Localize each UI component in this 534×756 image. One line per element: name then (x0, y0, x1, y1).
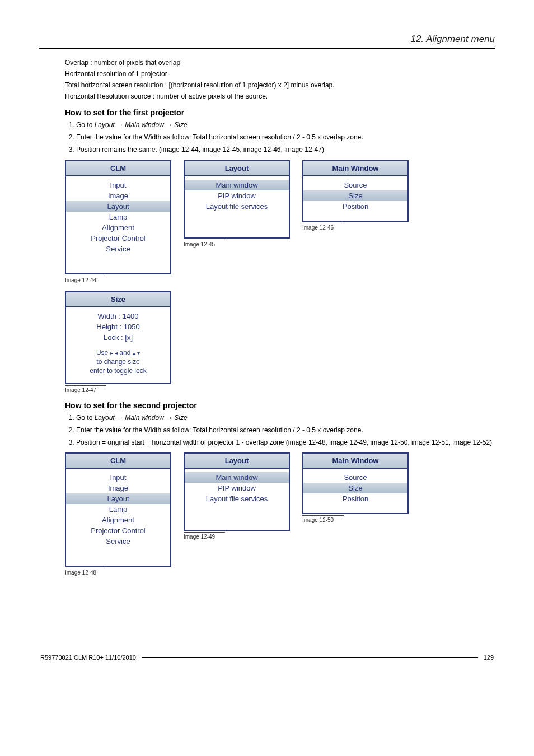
intro-p3: Total horizontal screen resolution : [(h… (65, 81, 495, 89)
section2-steps: Go to Layout → Main window → Size Enter … (76, 413, 495, 447)
triangle-down-icon: ▾ (137, 350, 140, 356)
mainwin-col: Main Window Source Size Position Image 1… (302, 160, 409, 231)
clm-item-image[interactable]: Image (66, 190, 170, 201)
size-menu: Size Width : 1400 Height : 1050 Lock : [… (65, 291, 171, 384)
clm2-title: CLM (66, 454, 170, 469)
section1-size-row: Size Width : 1400 Height : 1050 Lock : [… (65, 291, 495, 393)
mainwin2-item-size[interactable]: Size (303, 483, 407, 493)
footer-page-number: 129 (484, 654, 494, 661)
layout2-col: Layout Main window PIP window Layout fil… (184, 452, 290, 540)
size-hint3: enter to toggle lock (66, 366, 170, 375)
mainwin2-caption: Image 12-50 (302, 515, 344, 523)
triangle-up-icon: ▴ (133, 350, 135, 356)
section-header: 12. Alignment menu (39, 34, 495, 45)
intro-p1: Overlap : number of pixels that overlap (65, 59, 495, 67)
mainwin2-col: Main Window Source Size Position Image 1… (302, 452, 409, 523)
clm2-item-projector-control[interactable]: Projector Control (66, 525, 170, 536)
size-caption: Image 12-47 (65, 385, 106, 393)
footer-left: R59770021 CLM R10+ 11/10/2010 (40, 654, 136, 661)
intro-p4: Horizontal Resolution source : number of… (65, 92, 495, 100)
footer-line (142, 657, 478, 658)
clm2-menu: CLM Input Image Layout Lamp Alignment Pr… (65, 452, 171, 567)
clm-title: CLM (66, 161, 170, 176)
clm2-item-lamp[interactable]: Lamp (66, 504, 170, 515)
layout2-title: Layout (185, 454, 289, 469)
clm-col: CLM Input Image Layout Lamp Alignment Pr… (65, 160, 171, 283)
section1-step3: Position remains the same. (image 12-44,… (76, 145, 495, 154)
size-height[interactable]: Height : 1050 (66, 321, 170, 332)
layout-col: Layout Main window PIP window Layout fil… (184, 160, 290, 248)
layout2-caption: Image 12-49 (184, 532, 225, 540)
layout-item-main-window[interactable]: Main window (185, 180, 289, 190)
clm2-item-image[interactable]: Image (66, 483, 170, 493)
layout2-item-pip-window[interactable]: PIP window (185, 483, 289, 493)
clm2-item-layout[interactable]: Layout (66, 493, 170, 504)
section2-step1: Go to Layout → Main window → Size (76, 413, 495, 422)
section1-step1: Go to Layout → Main window → Size (76, 120, 495, 129)
s2-path: Layout → Main window → Size (95, 414, 188, 422)
mainwin-item-source[interactable]: Source (303, 180, 407, 190)
clm-item-projector-control[interactable]: Projector Control (66, 233, 170, 244)
mainwin-item-size[interactable]: Size (303, 190, 407, 201)
layout-title: Layout (185, 161, 289, 176)
layout2-menu: Layout Main window PIP window Layout fil… (184, 452, 290, 531)
size-title: Size (66, 292, 170, 307)
mainwin-item-position[interactable]: Position (303, 201, 407, 212)
clm-caption: Image 12-44 (65, 276, 106, 283)
size-hint2: to change size (66, 357, 170, 366)
layout-item-pip-window[interactable]: PIP window (185, 190, 289, 201)
mainwin2-item-position[interactable]: Position (303, 493, 407, 504)
size-col: Size Width : 1400 Height : 1050 Lock : [… (65, 291, 171, 393)
mainwin-title: Main Window (303, 161, 407, 176)
clm2-caption: Image 12-48 (65, 568, 106, 576)
triangle-right-icon: ▸ (110, 350, 113, 356)
section1-step2: Enter the value for the Width as follow:… (76, 133, 495, 142)
hint1-pre: Use (96, 349, 110, 357)
page-footer: R59770021 CLM R10+ 11/10/2010 129 (39, 654, 495, 661)
section1-heading: How to set for the first projector (65, 108, 495, 117)
clm-item-input[interactable]: Input (66, 180, 170, 190)
size-width[interactable]: Width : 1400 (66, 311, 170, 321)
clm2-item-service[interactable]: Service (66, 536, 170, 547)
s2-pre: Go to (76, 414, 95, 422)
clm-item-lamp[interactable]: Lamp (66, 212, 170, 222)
size-hint1: Use ▸ ◂ and ▴ ▾ (66, 348, 170, 357)
hint1-mid: and (118, 349, 133, 357)
intro-p2: Horizontal resolution of 1 projector (65, 70, 495, 78)
layout2-item-file-services[interactable]: Layout file services (185, 493, 289, 504)
section2-menu-row: CLM Input Image Layout Lamp Alignment Pr… (65, 452, 495, 576)
intro-text: Overlap : number of pixels that overlap … (39, 59, 495, 100)
section1-menu-row: CLM Input Image Layout Lamp Alignment Pr… (65, 160, 495, 283)
clm2-col: CLM Input Image Layout Lamp Alignment Pr… (65, 452, 171, 576)
layout-menu: Layout Main window PIP window Layout fil… (184, 160, 290, 239)
mainwin2-title: Main Window (303, 454, 407, 469)
mainwin-caption: Image 12-46 (302, 223, 344, 231)
s1-path: Layout → Main window → Size (95, 121, 188, 129)
section1-steps: Go to Layout → Main window → Size Enter … (76, 120, 495, 155)
clm-menu: CLM Input Image Layout Lamp Alignment Pr… (65, 160, 171, 274)
clm-item-service[interactable]: Service (66, 244, 170, 254)
section2-heading: How to set for the second projector (65, 401, 495, 410)
header-rule (39, 48, 495, 49)
clm2-item-alignment[interactable]: Alignment (66, 515, 170, 525)
clm-item-layout[interactable]: Layout (66, 201, 170, 212)
mainwin-menu: Main Window Source Size Position (302, 160, 409, 222)
section2-step3: Position = original start + horizontal w… (76, 438, 495, 447)
size-lock[interactable]: Lock : [x] (66, 332, 170, 343)
s1-pre: Go to (76, 121, 95, 129)
layout2-item-main-window[interactable]: Main window (185, 472, 289, 483)
mainwin2-item-source[interactable]: Source (303, 472, 407, 483)
clm-item-alignment[interactable]: Alignment (66, 222, 170, 233)
clm2-item-input[interactable]: Input (66, 472, 170, 483)
mainwin2-menu: Main Window Source Size Position (302, 452, 409, 514)
layout-caption: Image 12-45 (184, 240, 225, 248)
section2-step2: Enter the value for the Width as follow:… (76, 426, 495, 435)
layout-item-file-services[interactable]: Layout file services (185, 201, 289, 212)
